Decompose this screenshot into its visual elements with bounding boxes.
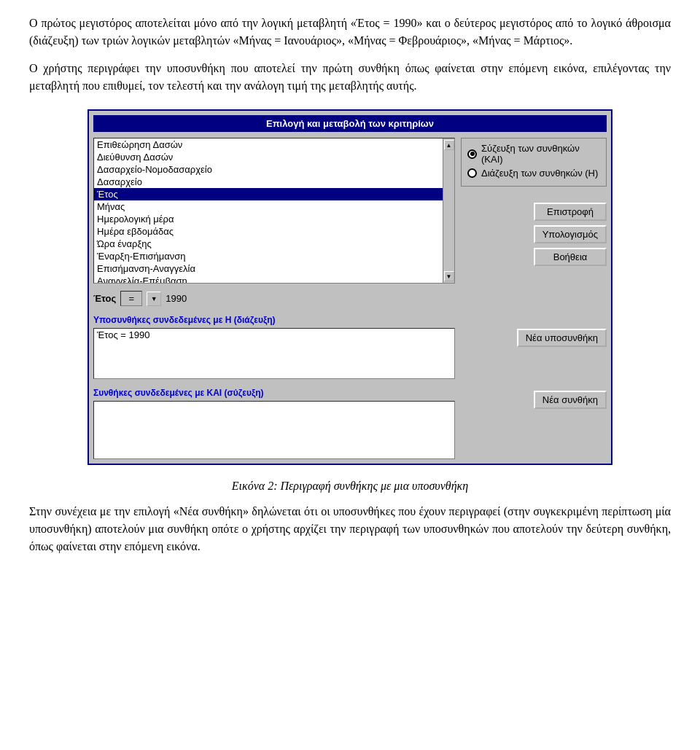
condition-operator[interactable]: = [120,291,142,306]
left-panel: Επιθεώρηση Δασών Διεύθυνση Δασών Δασαρχε… [93,138,455,459]
kai-section: Συνθήκες συνδεδεμένες με ΚΑΙ (σύζευξη) [93,388,455,459]
list-item-selected[interactable]: Έτος [94,188,443,200]
listbox-scrollbar[interactable]: ▲ ▼ [443,138,454,283]
list-item[interactable]: Διεύθυνση Δασών [94,151,443,163]
radio-option-kai[interactable]: Σύζευξη των συνθηκών (ΚΑΙ) [467,143,600,165]
or-subsection-title: Υποσυνθήκες συνδεδεμένες με Η (διάζευξη) [93,315,455,325]
return-button[interactable]: Επιστροφή [534,203,607,221]
kai-section-title: Συνθήκες συνδεδεμένες με ΚΑΙ (σύζευξη) [93,388,455,398]
dialog-title: Επιλογή και μεταβολή των κριτηρίων [93,115,607,132]
criteria-dialog: Επιλογή και μεταβολή των κριτηρίων Επιθε… [88,109,612,465]
help-button[interactable]: Βοήθεια [534,248,607,266]
radio-h-circle[interactable] [467,168,477,178]
variables-listbox[interactable]: Επιθεώρηση Δασών Διεύθυνση Δασών Δασαρχε… [93,138,455,284]
list-item[interactable]: Δασαρχείο-Νομοδασαρχείο [94,163,443,176]
list-item[interactable]: Ημερολογική μέρα [94,213,443,225]
condition-row: Έτος = ▼ 1990 [93,291,455,306]
list-item[interactable]: Ημέρα εβδομάδας [94,225,443,238]
list-item[interactable]: Έναρξη-Επισήμανση [94,250,443,262]
kai-listbox[interactable] [93,401,455,459]
scroll-down-arrow[interactable]: ▼ [444,271,454,281]
or-listbox[interactable]: Έτος = 1990 [93,328,455,379]
list-item[interactable]: Δασαρχείο [94,176,443,188]
or-list: Έτος = 1990 [94,329,454,378]
list-item[interactable]: Επισήμανση-Αναγγελία [94,262,443,275]
or-list-item[interactable]: Έτος = 1990 [94,329,454,341]
condition-value: 1990 [166,293,187,304]
list-item[interactable]: Αναγγελία-Επέμβαση [94,275,443,284]
new-sub-condition-area: Νέα υποσυνθήκη [461,329,607,347]
radio-kai-label: Σύζευξη των συνθηκών (ΚΑΙ) [481,143,600,165]
list-item[interactable]: Μήνας [94,200,443,213]
condition-dropdown-btn[interactable]: ▼ [147,292,161,306]
paragraph-3: Στην συνέχεια με την επιλογή «Νέα συνθήκ… [29,503,671,555]
figure-caption: Εικόνα 2: Περιγραφή συνθήκης με μια υποσ… [29,480,671,493]
action-buttons: Επιστροφή Υπολογισμός Βοήθεια [461,203,607,266]
paragraph-1: Ο πρώτος μεγιστόρος αποτελείται μόνο από… [29,15,671,50]
new-condition-area: Νέα συνθήκη [461,391,607,409]
list-item[interactable]: Ώρα έναρξης [94,238,443,250]
list-item[interactable]: Επιθεώρηση Δασών [94,138,443,151]
calculate-button[interactable]: Υπολογισμός [534,225,607,243]
paragraph-2: Ο χρήστης περιγράφει την υποσυνθήκη που … [29,60,671,95]
dialog-body: Επιθεώρηση Δασών Διεύθυνση Δασών Δασαρχε… [93,138,607,459]
new-subcondition-button[interactable]: Νέα υποσυνθήκη [517,329,607,347]
conjunction-radio-group: Σύζευξη των συνθηκών (ΚΑΙ) Διάζευξη των … [461,138,607,187]
radio-kai-circle[interactable] [467,149,477,159]
condition-variable-label: Έτος [93,293,116,304]
variables-list: Επιθεώρηση Δασών Διεύθυνση Δασών Δασαρχε… [94,138,443,283]
dialog-wrapper: Επιλογή και μεταβολή των κριτηρίων Επιθε… [29,109,671,465]
radio-h-label: Διάζευξη των συνθηκών (Η) [481,168,598,179]
or-subsection: Υποσυνθήκες συνδεδεμένες με Η (διάζευξη)… [93,315,455,379]
right-panel: Σύζευξη των συνθηκών (ΚΑΙ) Διάζευξη των … [461,138,607,459]
scroll-up-arrow[interactable]: ▲ [444,140,454,150]
new-condition-button[interactable]: Νέα συνθήκη [534,391,607,409]
radio-option-h[interactable]: Διάζευξη των συνθηκών (Η) [467,168,600,179]
kai-list [94,402,454,458]
